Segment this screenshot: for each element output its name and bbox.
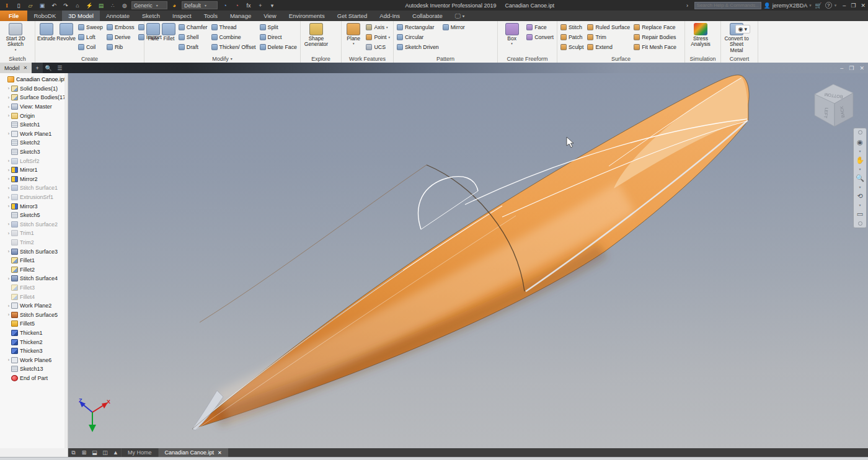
ribbon-tab-get-started[interactable]: Get Started	[331, 11, 374, 21]
canoe-model[interactable]	[68, 73, 868, 448]
ucs-button[interactable]: UCS	[365, 42, 391, 51]
ribbon-tab-view[interactable]: View	[257, 11, 282, 21]
collapse-tabs-icon[interactable]: ▲	[110, 448, 121, 457]
expander-icon[interactable]: ›	[6, 249, 11, 254]
cascade-windows-icon[interactable]: ⧉	[68, 448, 79, 457]
expander-icon[interactable]: ›	[6, 95, 11, 100]
browser-scrollbar[interactable]	[64, 73, 68, 448]
expander-icon[interactable]: ›	[6, 204, 11, 208]
close-document-icon[interactable]: ✕	[218, 450, 222, 456]
arrange-vertical-icon[interactable]: ◫	[100, 448, 110, 457]
tree-item-surface-bodies-17-[interactable]: ›Surface Bodies(17)	[1, 93, 68, 102]
tree-item-sketch1[interactable]: Sketch1	[1, 120, 68, 130]
split-button[interactable]: Split	[259, 22, 298, 32]
ribbon-tab-add-ins[interactable]: Add-Ins	[373, 11, 406, 21]
axis-button[interactable]: Axis▾	[365, 22, 391, 32]
ribbon-group-title[interactable]: Modify▾	[144, 55, 300, 63]
doc-restore-button[interactable]: ❐	[849, 65, 854, 71]
redo-icon[interactable]: ↷	[61, 1, 70, 9]
plane-button[interactable]: Plane▾	[343, 22, 363, 45]
undo-icon[interactable]: ↶	[50, 1, 58, 9]
tree-item-work-plane2[interactable]: ›Work Plane2	[1, 301, 68, 311]
tree-item-thicken2[interactable]: Thicken2	[1, 337, 68, 347]
appearance-dropdown[interactable]: Default▾	[182, 1, 218, 9]
stress-analysis-button[interactable]: Stress Analysis	[687, 22, 714, 48]
open-icon[interactable]: ▱	[26, 1, 35, 9]
freeform-convert-button[interactable]: Convert	[525, 32, 555, 42]
orbit-icon[interactable]: ⟲	[854, 190, 866, 201]
ruled-surface-button[interactable]: Ruled Surface	[586, 22, 631, 32]
draft-button[interactable]: Draft	[177, 42, 209, 51]
zoom-icon[interactable]: 🔍	[854, 172, 866, 184]
derive-button[interactable]: Derive	[105, 32, 136, 42]
tree-item-fillet2[interactable]: Fillet2	[1, 265, 68, 274]
expander-icon[interactable]: ›	[6, 131, 11, 136]
expander-icon[interactable]: ›	[6, 186, 11, 190]
ribbon-tab-manage[interactable]: Manage	[224, 11, 257, 21]
fit-mesh-face-button[interactable]: Fit Mesh Face	[632, 42, 678, 51]
coil-button[interactable]: Coil	[77, 42, 104, 51]
browser-menu-icon[interactable]: ☰	[54, 63, 65, 73]
shell-button[interactable]: Shell	[177, 32, 209, 42]
navbar-expand-icon[interactable]: ▾	[854, 149, 866, 153]
3d-viewport[interactable]: BOTTOM LEFT BACK ◉▾✋▾🔍▾⟲▾▭ Z X	[68, 73, 868, 448]
search-expand-icon[interactable]: ›	[683, 1, 692, 9]
ribbon-tab-file[interactable]: File	[0, 11, 27, 21]
tree-item-stitch-surface3[interactable]: ›Stitch Surface3	[1, 247, 68, 256]
tree-item-stitch-surface1[interactable]: ›Stitch Surface1	[1, 184, 68, 193]
expander-icon[interactable]: ›	[6, 195, 11, 200]
pan-icon[interactable]: ✋	[854, 154, 866, 166]
tree-item-sketch5[interactable]: Sketch5	[1, 211, 68, 220]
tree-item-origin[interactable]: ›Origin	[1, 111, 68, 120]
new-document-icon[interactable]: ▯	[14, 1, 23, 9]
material-dropdown[interactable]: Generic▾	[131, 1, 167, 9]
toolbar-options-icon[interactable]: ▾	[268, 1, 277, 9]
revolve-button[interactable]: Revolve	[56, 22, 76, 42]
ribbon-tab-3d-model[interactable]: 3D Model	[62, 11, 100, 21]
chamfer-button[interactable]: Chamfer	[177, 22, 209, 32]
tree-item-thicken3[interactable]: Thicken3	[1, 347, 68, 356]
sketch-driven-button[interactable]: Sketch Driven	[396, 42, 440, 51]
ribbon-tab-environments[interactable]: Environments	[283, 11, 331, 21]
rectangular-pattern-button[interactable]: Rectangular	[396, 22, 440, 32]
ribbon-tab-inspect[interactable]: Inspect	[166, 11, 198, 21]
help-icon[interactable]: ?	[825, 2, 832, 9]
tree-item-work-plane1[interactable]: ›Work Plane1	[1, 130, 68, 139]
point-button[interactable]: Point▾	[365, 32, 391, 42]
loft-button[interactable]: Loft	[77, 32, 104, 42]
ribbon-tab-tools[interactable]: Tools	[198, 11, 224, 21]
tree-item-loftsrf2[interactable]: ›LoftSrf2	[1, 156, 68, 166]
ribbon-tab-annotate[interactable]: Annotate	[100, 11, 136, 21]
expander-icon[interactable]: ›	[6, 304, 11, 308]
tree-item-thicken1[interactable]: Thicken1	[1, 329, 68, 338]
app-store-cart-icon[interactable]: 🛒	[814, 1, 823, 9]
delete-face-button[interactable]: Delete Face	[259, 42, 298, 51]
save-icon[interactable]: ▣	[38, 1, 46, 9]
tree-item-view-master[interactable]: ›View: Master	[1, 102, 68, 112]
tree-item-trim1[interactable]: ›Trim1	[1, 229, 68, 238]
close-button[interactable]: ✕	[861, 2, 866, 9]
expander-icon[interactable]: ›	[6, 177, 11, 181]
start-2d-sketch-button[interactable]: Start 2D Sketch▾	[2, 22, 29, 51]
ribbon-tab--[interactable]: 🖵 ▾	[449, 11, 471, 21]
parameters-icon[interactable]: fx	[244, 1, 253, 9]
navigation-wheel-icon[interactable]: ◉	[854, 136, 866, 148]
home-icon[interactable]: ⌂	[73, 1, 82, 9]
close-browser-icon[interactable]: ✕	[24, 65, 28, 71]
tree-item-mirror2[interactable]: ›Mirror2	[1, 175, 68, 184]
tree-item-fillet4[interactable]: Fillet4	[1, 292, 68, 301]
rib-button[interactable]: Rib	[105, 42, 136, 51]
arrange-horizontal-icon[interactable]: ⬓	[89, 448, 100, 457]
ribbon-display-options[interactable]: ◉▾	[735, 25, 750, 33]
combine-button[interactable]: Combine	[210, 32, 257, 42]
clear-appearance-icon[interactable]: ◔	[232, 1, 241, 9]
minimize-button[interactable]: –	[843, 2, 846, 9]
tree-item-canadian-canoe-ipt[interactable]: Canadian Canoe.ipt	[1, 75, 68, 84]
expander-icon[interactable]: ›	[6, 358, 11, 362]
browser-search-icon[interactable]: 🔍	[43, 63, 54, 73]
ribbon-tab-sketch[interactable]: Sketch	[136, 11, 166, 21]
thicken-offset-button[interactable]: Thicken/ Offset	[210, 42, 257, 51]
document-tab-canadian-canoe-ipt[interactable]: Canadian Canoe.ipt✕	[158, 448, 228, 457]
tree-item-sketch2[interactable]: Sketch2	[1, 138, 68, 148]
tree-item-mirror1[interactable]: ›Mirror1	[1, 166, 68, 175]
